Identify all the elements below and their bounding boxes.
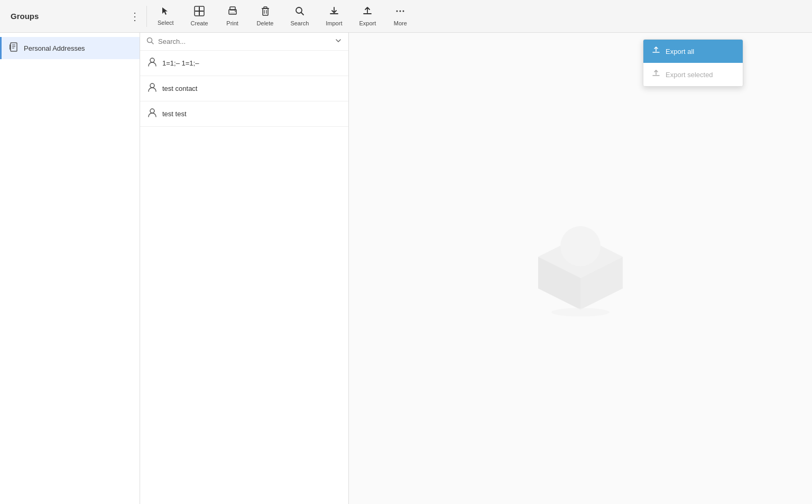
import-button[interactable]: Import <box>317 3 350 30</box>
svg-rect-7 <box>263 8 268 15</box>
detail-panel: Export all Export selected <box>349 33 812 504</box>
import-label: Import <box>326 20 342 26</box>
delete-button[interactable]: Delete <box>248 3 282 30</box>
export-selected-label: Export selected <box>666 71 713 79</box>
search-input[interactable] <box>158 38 335 45</box>
import-icon <box>329 6 339 19</box>
svg-point-32 <box>551 308 610 316</box>
groups-more-button[interactable]: ⋮ <box>125 8 144 25</box>
more-label: More <box>394 20 407 26</box>
delete-icon <box>260 6 271 19</box>
sidebar-item-label: Personal Addresses <box>24 44 85 52</box>
contact-avatar-icon <box>147 57 157 69</box>
contact-item[interactable]: test test <box>140 101 348 127</box>
export-button[interactable]: Export <box>350 3 384 30</box>
toolbar-divider <box>146 6 147 27</box>
svg-rect-9 <box>264 7 267 8</box>
address-book-icon <box>9 42 19 54</box>
svg-point-16 <box>400 11 401 12</box>
svg-point-17 <box>403 11 404 12</box>
svg-rect-5 <box>230 12 235 14</box>
select-label: Select <box>158 20 174 26</box>
export-dropdown: Export all Export selected <box>643 39 743 87</box>
svg-point-31 <box>560 226 601 266</box>
print-label: Print <box>226 20 238 26</box>
create-button[interactable]: Create <box>182 3 217 30</box>
contact-list: 1=1;– 1=1;– test contact test test <box>140 51 348 504</box>
contact-name: 1=1;– 1=1;– <box>162 59 199 67</box>
svg-point-26 <box>150 83 154 88</box>
toolbar-left: Groups ⋮ <box>4 8 144 25</box>
create-icon <box>194 6 205 19</box>
select-cursor-icon <box>161 6 170 18</box>
svg-rect-1 <box>195 11 204 12</box>
toolbar-actions: Select Create Pri <box>149 3 808 30</box>
export-selected-option[interactable]: Export selected <box>643 63 743 86</box>
more-icon <box>395 6 405 19</box>
contact-item[interactable]: 1=1;– 1=1;– <box>140 51 348 76</box>
svg-rect-18 <box>11 43 17 51</box>
export-all-option[interactable]: Export all <box>643 40 743 63</box>
toolbar: Groups ⋮ Select Create <box>0 0 812 33</box>
contact-avatar-icon <box>147 82 157 95</box>
search-bar <box>140 33 348 51</box>
sidebar-item-personal-addresses[interactable]: Personal Addresses <box>0 37 140 59</box>
contact-item[interactable]: test contact <box>140 76 348 101</box>
svg-point-27 <box>150 109 154 113</box>
print-icon <box>227 6 238 19</box>
export-all-icon <box>652 46 660 57</box>
select-button[interactable]: Select <box>149 3 182 29</box>
search-toolbar-icon <box>294 6 305 19</box>
search-toolbar-label: Search <box>290 20 309 26</box>
create-label: Create <box>191 20 208 26</box>
export-label: Export <box>359 20 376 26</box>
contact-panel: 1=1;– 1=1;– test contact test test <box>140 33 349 504</box>
export-icon <box>362 6 373 19</box>
svg-rect-22 <box>10 44 11 50</box>
search-chevron-icon[interactable] <box>335 37 342 46</box>
page-title: Groups <box>11 12 125 21</box>
empty-state-illustration <box>522 214 639 322</box>
contact-avatar-icon <box>147 108 157 120</box>
contact-name: test contact <box>162 85 197 92</box>
contact-name: test test <box>162 110 187 118</box>
svg-point-25 <box>150 58 154 62</box>
export-selected-icon <box>652 69 660 80</box>
search-icon <box>146 37 154 46</box>
svg-line-24 <box>152 42 154 44</box>
export-all-label: Export all <box>666 48 694 55</box>
search-toolbar-button[interactable]: Search <box>282 3 317 30</box>
main-container: Personal Addresses 1=1;– 1=1;– <box>0 33 812 504</box>
svg-point-6 <box>235 11 236 12</box>
more-button[interactable]: More <box>384 3 416 30</box>
svg-line-13 <box>301 13 303 15</box>
sidebar: Personal Addresses <box>0 33 140 504</box>
delete-label: Delete <box>257 20 274 26</box>
print-button[interactable]: Print <box>217 3 248 30</box>
svg-point-15 <box>396 11 398 12</box>
